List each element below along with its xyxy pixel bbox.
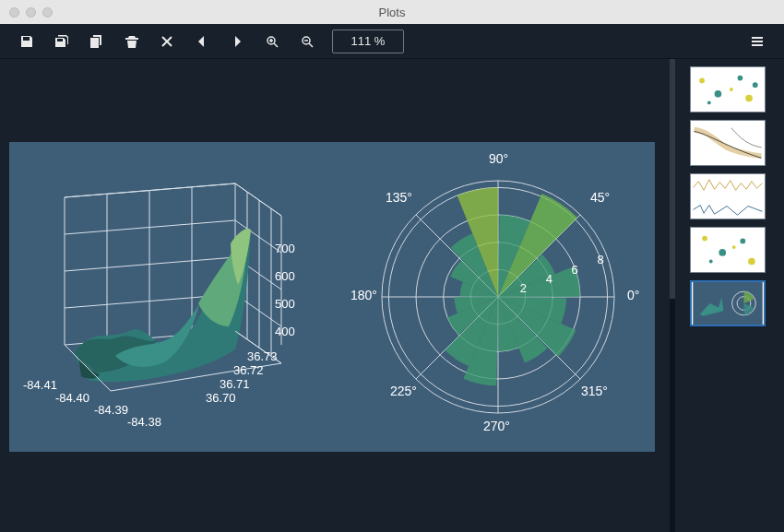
thumbnail-1[interactable] <box>690 66 766 112</box>
thumbnail-5[interactable] <box>690 280 766 326</box>
zoom-in-button[interactable] <box>255 24 290 59</box>
thumbnail-3[interactable] <box>690 173 766 219</box>
surface-x-tick-8440: -84.40 <box>55 391 89 405</box>
svg-point-22 <box>738 76 743 81</box>
svg-text:6: 6 <box>572 263 578 277</box>
svg-rect-28 <box>692 174 765 219</box>
thumbnail-4[interactable] <box>690 227 766 273</box>
svg-point-34 <box>709 260 713 264</box>
svg-point-33 <box>748 258 755 266</box>
polar-angle-225: 225° <box>390 384 417 398</box>
surface-x-tick-8439: -84.39 <box>94 403 128 417</box>
svg-point-32 <box>740 239 745 244</box>
surface-z-tick-400: 400 <box>275 325 295 338</box>
svg-rect-19 <box>692 67 765 112</box>
toolbar: 111 % <box>0 24 784 59</box>
svg-text:2: 2 <box>520 281 527 295</box>
save-all-button[interactable] <box>44 24 79 59</box>
svg-point-35 <box>732 245 736 249</box>
viewer-scrollbar-thumb[interactable] <box>670 59 675 299</box>
svg-point-26 <box>753 82 758 88</box>
svg-point-23 <box>745 95 753 102</box>
window-title: Plots <box>0 6 784 19</box>
zoom-level-input[interactable]: 111 % <box>332 30 404 53</box>
polar-angle-315: 315° <box>581 384 608 398</box>
svg-point-31 <box>719 249 726 256</box>
plot-viewer[interactable]: 700 600 500 400 36.73 36.72 36.71 36.70 … <box>0 59 683 532</box>
polar-angle-90: 90° <box>489 151 508 166</box>
prev-plot-button[interactable] <box>184 24 220 59</box>
svg-point-20 <box>699 78 705 84</box>
svg-text:8: 8 <box>597 253 603 266</box>
delete-button[interactable] <box>114 24 149 59</box>
viewer-scrollbar-track[interactable] <box>670 59 675 532</box>
polar-angle-135: 135° <box>386 190 412 205</box>
figure-combined: 700 600 500 400 36.73 36.72 36.71 36.70 … <box>9 142 655 452</box>
svg-rect-29 <box>692 228 765 272</box>
svg-point-30 <box>702 236 707 242</box>
thumbnail-panel <box>683 59 784 532</box>
polar-angle-0: 0° <box>627 288 639 302</box>
surface-y-tick-3671: 36.71 <box>220 377 250 391</box>
polar-angle-45: 45° <box>590 190 610 205</box>
copy-button[interactable] <box>79 24 114 59</box>
polar-chart: 2468 <box>350 142 646 452</box>
save-button[interactable] <box>9 24 44 59</box>
surface-x-tick-8438: -84.38 <box>127 415 161 429</box>
surface-z-tick-600: 600 <box>275 269 295 283</box>
surface-x-tick-8441: -84.41 <box>23 378 57 392</box>
polar-angle-270: 270° <box>483 419 510 433</box>
svg-point-25 <box>730 88 733 91</box>
hamburger-menu-button[interactable] <box>740 24 775 59</box>
content-area: 700 600 500 400 36.73 36.72 36.71 36.70 … <box>0 59 784 532</box>
thumbnail-2[interactable] <box>690 120 766 166</box>
svg-rect-36 <box>693 282 762 325</box>
svg-point-21 <box>715 90 722 98</box>
surface-y-tick-3670: 36.70 <box>206 391 236 405</box>
surface-z-tick-700: 700 <box>275 242 295 255</box>
surface-y-tick-3673: 36.73 <box>247 349 278 363</box>
svg-point-24 <box>707 100 711 104</box>
svg-text:4: 4 <box>546 272 552 286</box>
polar-angle-180: 180° <box>350 288 377 302</box>
window-titlebar: Plots <box>0 0 784 24</box>
next-plot-button[interactable] <box>220 24 255 59</box>
surface-y-tick-3672: 36.72 <box>233 363 264 377</box>
remove-all-button[interactable] <box>149 24 184 59</box>
surface-z-tick-500: 500 <box>275 297 295 311</box>
svg-rect-27 <box>692 121 765 165</box>
zoom-out-button[interactable] <box>290 24 325 59</box>
